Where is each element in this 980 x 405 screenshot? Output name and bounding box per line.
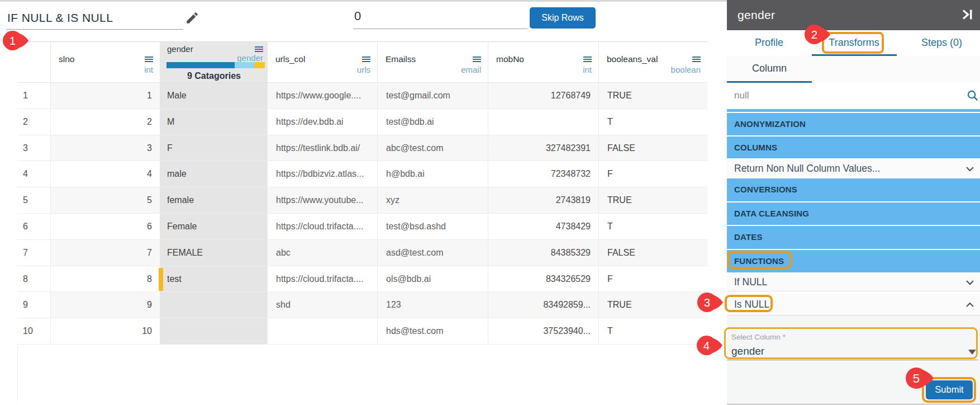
svg-text:3: 3 [703,296,710,309]
svg-text:4: 4 [703,339,709,352]
svg-text:1: 1 [9,34,16,47]
svg-text:5: 5 [913,371,920,385]
svg-text:2: 2 [811,28,817,41]
